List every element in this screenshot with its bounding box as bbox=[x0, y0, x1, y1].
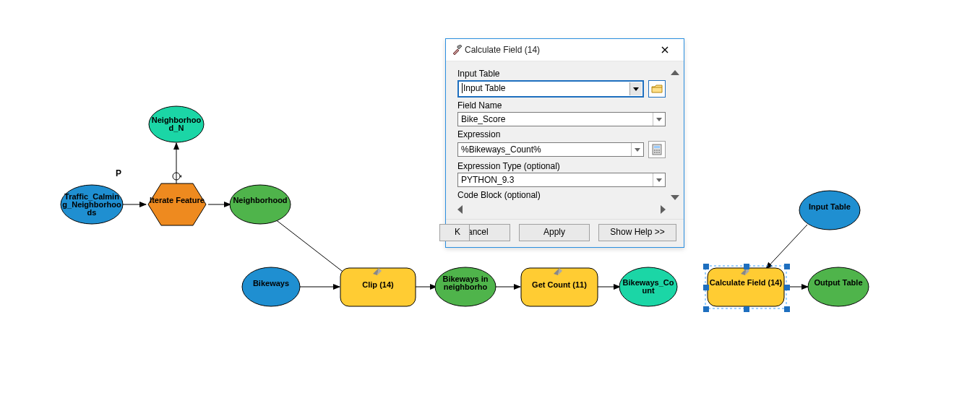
chevron-down-icon[interactable] bbox=[653, 113, 665, 126]
chevron-down-icon[interactable] bbox=[653, 173, 665, 186]
label-input-table: Input Table bbox=[457, 69, 666, 79]
hammer-icon bbox=[452, 45, 462, 55]
node-label: Neighborhood bbox=[231, 192, 289, 204]
svg-rect-25 bbox=[654, 146, 660, 148]
vertical-scrollbar[interactable] bbox=[669, 69, 682, 202]
node-traffic-calming[interactable]: Traffic_Calming_Neighborhoods bbox=[61, 185, 123, 224]
chevron-down-icon[interactable] bbox=[629, 82, 642, 95]
node-iterate-feature[interactable]: Iterate Feature bbox=[148, 173, 206, 225]
label-expression: Expression bbox=[457, 129, 666, 139]
svg-rect-29 bbox=[654, 152, 656, 153]
scroll-track[interactable] bbox=[464, 204, 659, 215]
node-bikeways-in[interactable]: Bikeways in neighborho bbox=[435, 267, 496, 306]
node-label: Bikeways in neighborho bbox=[437, 273, 494, 291]
node-bikeways-count[interactable]: Bikeways_Count bbox=[619, 267, 677, 306]
svg-rect-28 bbox=[658, 150, 660, 151]
horizontal-scrollbar[interactable] bbox=[457, 204, 666, 215]
expression-builder-button[interactable] bbox=[648, 141, 666, 158]
node-label: Iterate Feature bbox=[149, 194, 205, 204]
node-label: Calculate Field (14) bbox=[708, 277, 784, 287]
svg-rect-31 bbox=[658, 152, 660, 153]
browse-button[interactable] bbox=[648, 80, 666, 98]
node-label: Traffic_Calming_Neighborhoods bbox=[62, 189, 121, 217]
svg-rect-26 bbox=[654, 150, 656, 151]
label-field-name: Field Name bbox=[457, 100, 666, 111]
dialog-titlebar[interactable]: Calculate Field (14) bbox=[446, 39, 684, 61]
dialog-footer: K Cancel Apply Show Help >> bbox=[446, 219, 684, 247]
svg-rect-30 bbox=[656, 152, 658, 153]
svg-line-3 bbox=[275, 219, 348, 276]
svg-rect-27 bbox=[656, 150, 658, 151]
scroll-down-icon[interactable] bbox=[671, 195, 679, 200]
expression-combo[interactable]: %Bikeways_Count% bbox=[457, 142, 644, 157]
show-help-button[interactable]: Show Help >> bbox=[598, 224, 676, 241]
node-label: Bikeways bbox=[244, 279, 298, 288]
node-label: Get Count (11) bbox=[521, 280, 598, 289]
scroll-up-icon[interactable] bbox=[671, 70, 679, 75]
close-button[interactable] bbox=[650, 41, 679, 59]
node-input-table[interactable]: Input Table bbox=[799, 191, 860, 230]
field-name-value: Bike_Score bbox=[461, 114, 505, 124]
label-expression-type: Expression Type (optional) bbox=[457, 161, 666, 171]
apply-button[interactable]: Apply bbox=[519, 224, 590, 241]
dialog-body: Input Table Input Table Field Name bbox=[446, 61, 684, 219]
node-label: Bikeways_Count bbox=[621, 276, 676, 295]
calculate-field-dialog[interactable]: Calculate Field (14) Input Table Input T… bbox=[445, 38, 684, 248]
dialog-title: Calculate Field (14) bbox=[462, 45, 650, 55]
node-calculate-field[interactable]: Calculate Field (14) bbox=[705, 266, 786, 308]
node-clip[interactable]: Clip (14) bbox=[340, 268, 416, 306]
parameter-marker: P bbox=[116, 168, 121, 178]
label-code-block: Code Block (optional) bbox=[457, 190, 666, 200]
node-label: Output Table bbox=[809, 276, 867, 287]
node-label: Input Table bbox=[801, 202, 859, 211]
node-get-count[interactable]: Get Count (11) bbox=[521, 268, 598, 306]
field-name-combo[interactable]: Bike_Score bbox=[457, 112, 666, 126]
node-output-table[interactable]: Output Table bbox=[808, 267, 869, 306]
node-neighborhood[interactable]: Neighborhood bbox=[230, 185, 291, 224]
svg-line-8 bbox=[766, 225, 807, 269]
scroll-left-icon[interactable] bbox=[457, 205, 463, 214]
node-label: Neighborhood_N bbox=[150, 112, 202, 132]
input-table-combo[interactable]: Input Table bbox=[457, 80, 644, 98]
expression-value: %Bikeways_Count% bbox=[461, 144, 541, 155]
chevron-down-icon[interactable] bbox=[631, 143, 643, 156]
scroll-right-icon[interactable] bbox=[661, 205, 666, 214]
node-neighborhood-n[interactable]: Neighborhood_N bbox=[149, 106, 204, 142]
expression-type-combo[interactable]: PYTHON_9.3 bbox=[457, 173, 666, 187]
expression-type-value: PYTHON_9.3 bbox=[461, 175, 514, 185]
input-table-value: Input Table bbox=[462, 83, 506, 93]
ok-button-partial[interactable]: K bbox=[446, 224, 470, 241]
node-bikeways[interactable]: Bikeways bbox=[242, 267, 300, 306]
node-label: Clip (14) bbox=[340, 280, 416, 289]
